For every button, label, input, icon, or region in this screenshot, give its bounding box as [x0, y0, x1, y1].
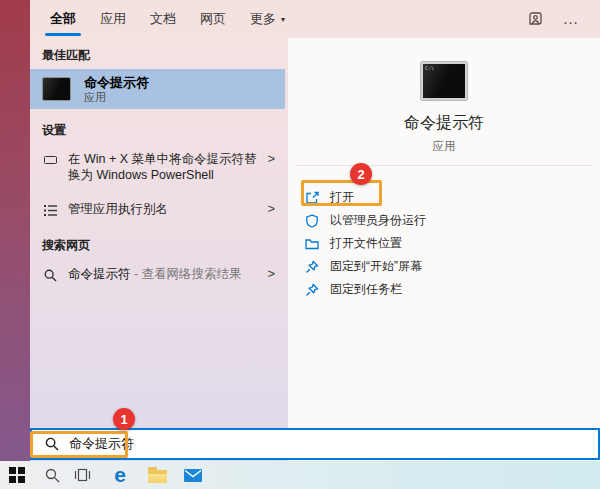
taskbar-search-button[interactable] — [37, 461, 67, 489]
tab-documents[interactable]: 文档 — [150, 0, 176, 38]
chevron-down-icon: ▾ — [281, 15, 285, 24]
search-results-body: 最佳匹配 命令提示符 应用 设置 在 Win + X 菜单中将命令提示符替换为 … — [30, 38, 600, 461]
action-label: 打开文件位置 — [330, 235, 402, 252]
step-badge-2: 2 — [350, 163, 372, 185]
monitor-icon — [42, 152, 58, 168]
file-explorer-icon — [148, 470, 167, 483]
best-match-text: 命令提示符 应用 — [84, 75, 149, 104]
preview-right-pane: C:\ 命令提示符 应用 打开 — [288, 38, 600, 461]
best-match-title: 命令提示符 — [84, 75, 149, 90]
app-title: 命令提示符 — [404, 113, 484, 134]
command-prompt-icon — [42, 77, 71, 101]
shield-icon — [304, 213, 319, 228]
web-search-suffix: - 查看网络搜索结果 — [134, 267, 242, 281]
windows-logo-icon — [9, 467, 25, 483]
search-flyout: 全部 应用 文档 网页 更多 ▾ … 最佳匹配 — [30, 0, 600, 461]
taskbar: e — [0, 461, 600, 489]
pin-icon — [304, 282, 319, 297]
action-pin-to-start[interactable]: 固定到“开始”屏幕 — [304, 255, 600, 278]
action-label: 以管理员身份运行 — [330, 212, 426, 229]
web-search-label: 命令提示符 - 查看网络搜索结果 — [68, 266, 260, 282]
tab-apps-label: 应用 — [100, 10, 126, 28]
tab-all[interactable]: 全部 — [50, 0, 76, 38]
settings-header: 设置 — [30, 109, 285, 144]
chevron-right-icon: > — [261, 151, 275, 167]
tab-web[interactable]: 网页 — [200, 0, 226, 38]
highlight-rect-open — [301, 180, 382, 206]
file-explorer-button[interactable] — [142, 461, 172, 489]
command-prompt-icon-large: C:\ — [421, 62, 467, 100]
search-filter-bar: 全部 应用 文档 网页 更多 ▾ … — [30, 0, 600, 38]
action-label: 固定到“开始”屏幕 — [330, 258, 422, 275]
search-input[interactable] — [69, 437, 590, 452]
task-view-button[interactable] — [67, 461, 97, 489]
search-icon — [45, 468, 60, 483]
setting-item-app-aliases[interactable]: 管理应用执行别名 > — [30, 194, 285, 225]
rewards-icon[interactable] — [522, 6, 548, 32]
web-search-item[interactable]: 命令提示符 - 查看网络搜索结果 > — [30, 259, 285, 290]
app-hero: C:\ 命令提示符 应用 — [404, 38, 484, 154]
best-match-subtitle: 应用 — [84, 91, 149, 104]
setting-item-label: 管理应用执行别名 — [68, 201, 260, 217]
cmd-prompt-text: C:\ — [425, 65, 434, 71]
ellipsis-glyph: … — [563, 14, 580, 24]
task-view-icon — [74, 468, 91, 482]
chevron-right-icon: > — [261, 266, 275, 282]
tab-more[interactable]: 更多 ▾ — [250, 0, 285, 38]
web-search-query: 命令提示符 — [68, 267, 131, 281]
edge-icon: e — [114, 465, 126, 485]
search-web-header: 搜索网页 — [30, 225, 285, 259]
mail-icon — [184, 469, 202, 482]
pin-icon — [304, 259, 319, 274]
best-match-item[interactable]: 命令提示符 应用 — [30, 69, 285, 109]
tab-more-label: 更多 — [250, 10, 276, 28]
search-icon — [42, 267, 58, 283]
mail-button[interactable] — [178, 461, 208, 489]
tab-web-label: 网页 — [200, 10, 226, 28]
action-label: 固定到任务栏 — [330, 281, 402, 298]
step-badge-1: 1 — [113, 408, 135, 430]
setting-item-replace-powershell[interactable]: 在 Win + X 菜单中将命令提示符替换为 Windows PowerShel… — [30, 144, 285, 190]
action-pin-to-taskbar[interactable]: 固定到任务栏 — [304, 278, 600, 301]
best-match-header: 最佳匹配 — [30, 38, 285, 69]
windows-search-screen: 全部 应用 文档 网页 更多 ▾ … 最佳匹配 — [0, 0, 600, 489]
start-button[interactable] — [2, 461, 32, 489]
setting-item-label: 在 Win + X 菜单中将命令提示符替换为 Windows PowerShel… — [68, 151, 260, 183]
edge-browser-button[interactable]: e — [105, 461, 135, 489]
folder-outline-icon — [304, 236, 319, 251]
action-run-as-admin[interactable]: 以管理员身份运行 — [304, 209, 600, 232]
action-open-file-location[interactable]: 打开文件位置 — [304, 232, 600, 255]
app-subtitle: 应用 — [433, 139, 456, 154]
list-icon — [42, 202, 58, 218]
ellipsis-menu-icon[interactable]: … — [558, 6, 584, 32]
results-left-pane: 最佳匹配 命令提示符 应用 设置 在 Win + X 菜单中将命令提示符替换为 … — [30, 38, 285, 461]
highlight-rect-search — [30, 431, 128, 458]
tab-documents-label: 文档 — [150, 10, 176, 28]
tab-apps[interactable]: 应用 — [100, 0, 126, 38]
tab-all-label: 全部 — [50, 10, 76, 28]
chevron-right-icon: > — [261, 201, 275, 217]
